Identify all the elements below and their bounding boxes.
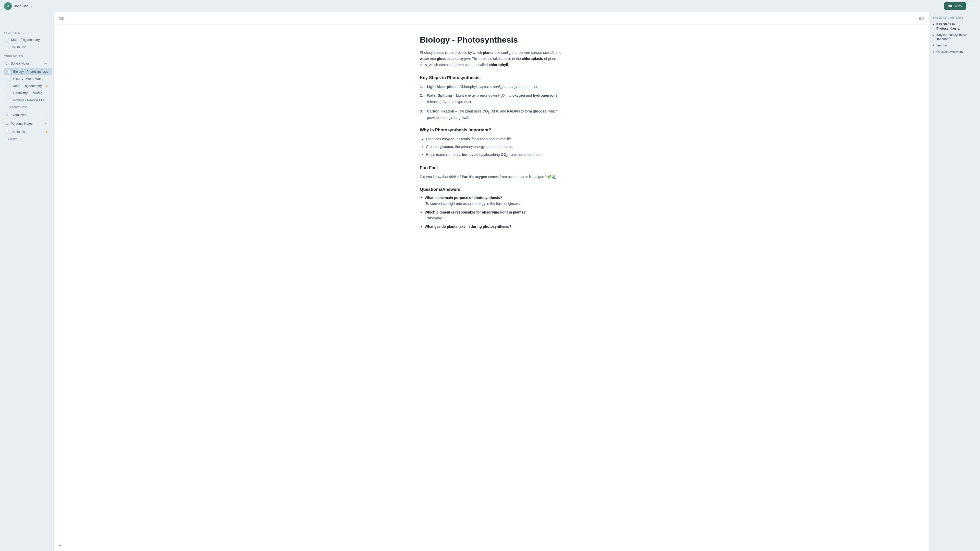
note-content: Biology - Photosynthesis Photosynthesis … (399, 25, 583, 248)
user-name: John Doe (14, 4, 29, 8)
sidebar-item-fav-math[interactable]: 📄 Math - Trigonometry (2, 36, 52, 43)
step-3: Carbon Fixation – The plant uses CO2, AT… (420, 108, 563, 121)
section4-heading: Questions/Answers (420, 187, 563, 192)
main-wrapper: FAVORITES 📄 Math - Trigonometry 📄 To-Do … (0, 0, 980, 551)
step-2: Water Splitting – Light energy breaks do… (420, 93, 563, 105)
chevron-down-icon[interactable]: ▾ (31, 5, 32, 7)
step-1: Light Absorption – Chlorophyll captures … (420, 84, 563, 89)
content-area: Biology - Photosynthesis Photosynthesis … (54, 12, 929, 551)
importance-1: Produces oxygen, essential for human and… (426, 136, 563, 142)
folder-school-notes[interactable]: 🗂 School Notes ⋯ (2, 59, 52, 68)
more-dots-icon: ⋯ (970, 3, 974, 8)
section2-heading: Why is Photosynthesis Important? (420, 127, 563, 133)
folder-more-icon[interactable]: ⋯ (43, 61, 48, 66)
folder-more-icon[interactable]: ⋯ (43, 113, 48, 118)
svg-rect-6 (919, 18, 921, 19)
section1-heading: Key Steps in Photosynthesis: (420, 75, 563, 80)
document-icon: 📄 (7, 77, 11, 81)
sidebar-item-fav-todo[interactable]: 📄 To-Do List (2, 44, 52, 51)
sidebar-item-physics[interactable]: 📄 Physics - Newton's Laws (3, 97, 52, 103)
study-label: Study (954, 4, 962, 8)
qa-question-2[interactable]: ▼ Which pigment is responsible for absor… (420, 210, 563, 214)
document-icon: 📄 (5, 45, 9, 49)
cloud-save-icon: ☁ (58, 542, 62, 547)
qa-answer-2: Chlorophyll (420, 215, 563, 221)
qa-triangle-icon: ▼ (420, 225, 423, 228)
qa-question-1-text: What is the main purpose of photosynthes… (425, 196, 502, 200)
bold-chlorophyll: chlorophyll (489, 63, 508, 67)
note-math-label: Math - Trigonometry (13, 84, 43, 88)
school-notes-children: 📄 Biology - Photosynthesis 📄 History - W… (0, 68, 53, 111)
note-title: Biology - Photosynthesis (420, 35, 563, 44)
folder-more-icon[interactable]: ⋯ (43, 121, 48, 126)
topbar: J John Doe ▾ 📖 Study ⋯ (0, 0, 980, 12)
fun-fact-text: Did you know that 90% of Earth's oxygen … (420, 174, 563, 180)
qa-item-1: ▼ What is the main purpose of photosynth… (420, 196, 563, 206)
sidebar-item-chem[interactable]: 📄 Chemistry - Periodic Table (3, 89, 52, 97)
importance-2: Creates glucose, the primary energy sour… (426, 144, 563, 149)
bold-glucose: glucose (437, 57, 450, 61)
document-icon: 📄 (7, 91, 11, 95)
create-button[interactable]: + Create (2, 136, 52, 142)
toc-panel: TABLE OF CONTENTS Key Steps in Photosynt… (929, 12, 980, 551)
toc-item-0[interactable]: Key Steps in Photosynthesis: (936, 22, 977, 31)
star-icon: ★ (45, 130, 48, 134)
note-chem-label: Chemistry - Periodic Table (13, 91, 48, 95)
sidebar-toggle-left[interactable] (58, 15, 65, 22)
topbar-left: J John Doe ▾ (4, 2, 32, 10)
svg-rect-4 (922, 17, 924, 20)
study-icon: 📖 (948, 4, 952, 8)
note-intro: Photosynthesis is the process by which p… (420, 50, 563, 68)
bold-water: water (420, 57, 429, 61)
steps-list: Light Absorption – Chlorophyll captures … (420, 84, 563, 121)
sidebar-item-todo-main[interactable]: 📄 To-Do List ★ (2, 128, 52, 135)
sidebar-item-bio[interactable]: 📄 Biology - Photosynthesis (3, 68, 52, 75)
step-term-1: Light Absorption – Chlorophyll captures … (427, 84, 539, 89)
qa-question-3[interactable]: ▼ What gas do plants take in during phot… (420, 224, 563, 229)
svg-rect-1 (61, 17, 64, 17)
svg-rect-5 (919, 17, 921, 17)
your-notes-label: YOUR NOTES (0, 51, 53, 59)
qa-answer-1: To convert sunlight into usable energy i… (420, 201, 563, 206)
qa-item-2: ▼ Which pigment is responsible for absor… (420, 210, 563, 221)
toc-item-1[interactable]: Why is Photosynthesis Important? (936, 33, 977, 41)
folder-exam-prep[interactable]: 🗂 Exam Prep ⋯ (2, 111, 52, 119)
section3-heading: Fun Fact (420, 165, 563, 170)
italic-co2: carbon dioxide (531, 51, 555, 55)
qa-question-2-text: Which pigment is responsible for absorbi… (425, 210, 526, 214)
step-term-3: Carbon Fixation – The plant uses CO2, AT… (427, 108, 563, 121)
topbar-right: 📖 Study ⋯ (944, 2, 976, 10)
folder-icon: 🗂 (5, 122, 9, 126)
note-bio-label: Biology - Photosynthesis (13, 70, 48, 73)
italic-oxygen: oxygen. (458, 57, 471, 61)
avatar[interactable]: J (4, 2, 12, 10)
sidebar-item-math[interactable]: 📄 Math - Trigonometry ★ (3, 83, 52, 89)
star-icon: ★ (45, 84, 48, 88)
svg-rect-0 (59, 17, 61, 20)
qa-question-1[interactable]: ▼ What is the main purpose of photosynth… (420, 196, 563, 200)
sidebar-toggle-right[interactable] (918, 15, 925, 22)
folder-icon: 🗂 (5, 113, 9, 117)
toc-item-3[interactable]: Questions/Answers (936, 50, 977, 54)
svg-rect-3 (61, 19, 64, 20)
document-icon: 📄 (7, 70, 11, 73)
importance-3: Helps maintain the carbon cycle by absor… (426, 152, 563, 158)
toc-item-2[interactable]: Fun Fact (936, 43, 977, 48)
step-term-2: Water Splitting – Light energy breaks do… (427, 93, 563, 105)
folder-personal-notes[interactable]: 🗂 Personal Notes ⋯ (2, 120, 52, 128)
favorites-label: FAVORITES (0, 27, 53, 36)
svg-rect-7 (919, 19, 921, 20)
sidebar-item-history[interactable]: 📄 History - World War II (3, 75, 52, 82)
create-note-label: + Create Note (7, 105, 27, 109)
note-history-label: History - World War II (13, 77, 48, 81)
document-icon: 📄 (5, 130, 9, 134)
note-physics-label: Physics - Newton's Laws (13, 98, 48, 102)
study-button[interactable]: 📖 Study (944, 2, 966, 10)
document-icon: 📄 (7, 98, 11, 102)
sidebar-bottom: REPORT BUG | HELP Memnook Inc, Copyright… (0, 549, 53, 551)
importance-list: Produces oxygen, essential for human and… (420, 136, 563, 158)
more-options-button[interactable]: ⋯ (969, 3, 976, 10)
document-icon: 📄 (5, 38, 9, 41)
folder-exam-label: Exam Prep (11, 113, 41, 117)
create-note-button[interactable]: + Create Note (3, 104, 52, 110)
